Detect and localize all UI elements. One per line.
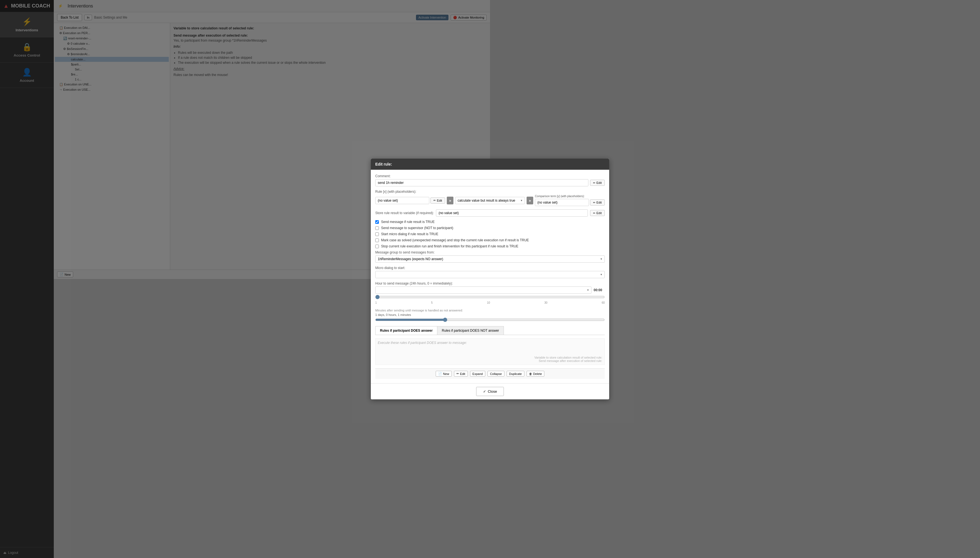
message-group-select[interactable]: 1hReminderMessages (expects NO answer) bbox=[375, 255, 490, 263]
checkbox-send-true[interactable] bbox=[375, 220, 379, 224]
store-result-row: Store rule result to variable (if requir… bbox=[375, 209, 490, 217]
edit-rule-modal: Edit rule: Comment: ✏ Edit Rule [x] (wit… bbox=[371, 159, 490, 279]
pencil-icon-2: ✏ bbox=[434, 199, 436, 202]
comparison-select[interactable]: calculate value but result is always tru… bbox=[455, 197, 490, 204]
message-group-row: Message group to send messages from: 1hR… bbox=[375, 250, 490, 263]
checkbox-row-2: Send message to supervisor (NOT to parti… bbox=[375, 226, 490, 230]
rule-x-input[interactable] bbox=[375, 197, 429, 204]
comment-input[interactable] bbox=[375, 179, 490, 186]
modal-overlay: Edit rule: Comment: ✏ Edit Rule [x] (wit… bbox=[0, 0, 490, 279]
micro-dialog-label: Micro dialog to start: bbox=[375, 266, 490, 270]
comment-row: Comment: ✏ Edit bbox=[375, 174, 490, 186]
store-label: Store rule result to variable (if requir… bbox=[375, 211, 434, 215]
checkbox-label-3: Start micro dialog if rule result is TRU… bbox=[381, 232, 438, 236]
checkbox-row-1: Send message if rule result is TRUE bbox=[375, 220, 490, 224]
checkbox-row-5: Stop current rule execution run and fini… bbox=[375, 245, 490, 248]
comparison-col: calculate value but result is always tru… bbox=[455, 197, 490, 204]
double-arrow-1: » bbox=[447, 197, 453, 204]
checkbox-group: Send message if rule result is TRUE Send… bbox=[375, 220, 490, 248]
modal-body: Comment: ✏ Edit Rule [x] (with placehold… bbox=[371, 170, 490, 279]
store-input[interactable] bbox=[436, 209, 490, 217]
micro-dialog-row: Micro dialog to start: bbox=[375, 266, 490, 278]
message-group-label: Message group to send messages from: bbox=[375, 250, 490, 254]
checkbox-row-4: Mark case as solved (unexpected message)… bbox=[375, 238, 490, 242]
modal-title: Edit rule: bbox=[375, 162, 392, 166]
rule-x-label: Rule [x] (with placeholders): bbox=[375, 190, 490, 194]
rule-x-col: ✏ Edit bbox=[375, 197, 445, 204]
checkbox-row-3: Start micro dialog if rule result is TRU… bbox=[375, 232, 490, 236]
checkbox-label-2: Send message to supervisor (NOT to parti… bbox=[381, 226, 453, 230]
checkbox-micro-dialog[interactable] bbox=[375, 232, 379, 236]
rule-x-row: Rule [x] (with placeholders): ✏ Edit » c… bbox=[375, 190, 490, 206]
checkbox-stop-intervention[interactable] bbox=[375, 245, 379, 248]
modal-header: Edit rule: bbox=[371, 159, 490, 170]
micro-dialog-select[interactable] bbox=[375, 271, 490, 278]
rule-x-edit-button[interactable]: ✏ Edit bbox=[430, 197, 445, 204]
checkbox-mark-solved[interactable] bbox=[375, 238, 379, 242]
comment-label: Comment: bbox=[375, 174, 490, 178]
checkbox-label-5: Stop current rule execution run and fini… bbox=[381, 245, 490, 248]
checkbox-supervisor[interactable] bbox=[375, 226, 379, 230]
checkbox-label-1: Send message if rule result is TRUE bbox=[381, 220, 435, 224]
rule-row: ✏ Edit » calculate value but result is a… bbox=[375, 195, 490, 206]
checkbox-label-4: Mark case as solved (unexpected message)… bbox=[381, 238, 490, 242]
